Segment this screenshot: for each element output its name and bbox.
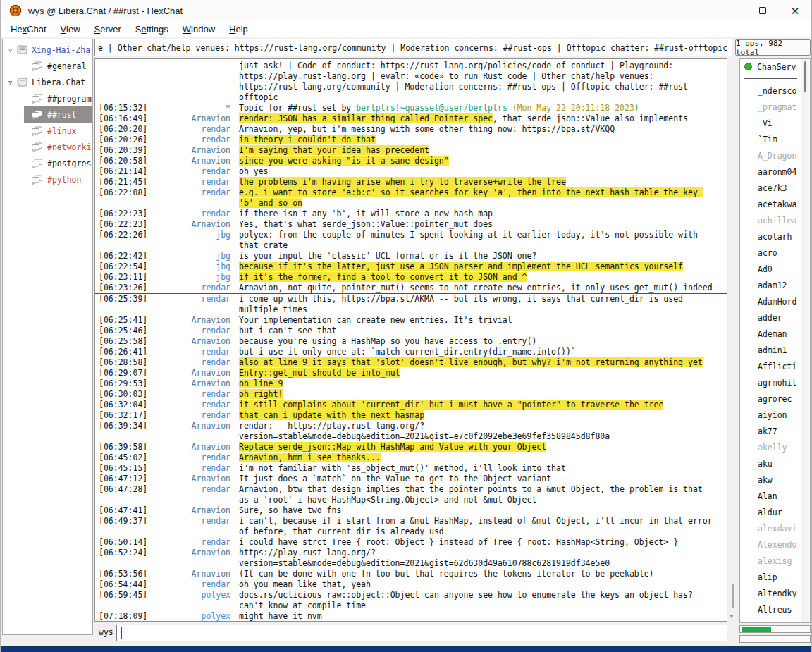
close-button[interactable]: ✕ (779, 0, 811, 21)
user-list-item[interactable]: Alexendo (740, 536, 810, 553)
user-list-item[interactable]: ak77 (740, 423, 810, 439)
menu-view[interactable]: View (54, 23, 87, 36)
user-list-item[interactable]: aku (740, 455, 810, 472)
user-list-item[interactable]: Alan (740, 488, 810, 504)
user-nick: AWS (758, 621, 773, 624)
user-list-item[interactable]: Altreus (740, 601, 810, 617)
minimize-button[interactable] (714, 0, 746, 21)
message-text: if it's the former, find a tool to conve… (235, 272, 727, 283)
user-list-item[interactable]: AWS (740, 617, 810, 623)
message-timestamp: [06:25:58] (95, 336, 147, 347)
server-icon (17, 78, 27, 87)
user-list-item[interactable]: ace7k3 (740, 180, 810, 196)
sidebar-item-programm[interactable]: ##programm (24, 90, 92, 106)
topic-input[interactable] (94, 39, 732, 56)
chat-message-row: [06:21:14]rendaroh yes (95, 166, 727, 177)
user-list-item[interactable]: altendky (740, 585, 810, 601)
menu-help[interactable]: Help (222, 23, 255, 36)
user-list-scrollbar[interactable] (801, 59, 809, 622)
maximize-button[interactable] (746, 0, 779, 21)
own-nick-label: wys (99, 627, 113, 637)
message-text: i come up with this, https://bpa.st/AKMA… (235, 294, 727, 315)
message-text: docs.rs/uclicious raw::object::Object ca… (235, 590, 727, 611)
message-nick: Arnavion (147, 336, 235, 347)
message-timestamp: [06:47:28] (95, 484, 147, 505)
chat-message-row: [06:15:32]*Topic for ##rust set by bertp… (95, 103, 727, 113)
user-list-item[interactable]: A_Dragon (740, 147, 810, 164)
message-text: i'm not familiar with 'as_object_mut()' … (235, 463, 727, 474)
chat-message-row: [06:16:49]Arnavionrendar: JSON has a sim… (95, 113, 727, 124)
chat-message-row: [06:20:58]Arnavionsince you were asking … (95, 156, 727, 166)
chat-scrollbar-thumb[interactable] (732, 584, 734, 608)
user-list-item[interactable]: Ad0 (740, 261, 810, 277)
user-list-item[interactable]: agrmohit (740, 374, 810, 390)
sidebar-item-general[interactable]: #general (24, 58, 92, 74)
user-list-item[interactable]: aaronm04 (740, 164, 810, 180)
user-list-item[interactable]: aldur (740, 504, 810, 520)
user-list-item[interactable]: alip (740, 569, 810, 585)
sidebar-item-XingHaiZha[interactable]: ▽Xing-Hai-Zha (3, 42, 92, 58)
user-list-item[interactable]: admin1 (740, 342, 810, 358)
user-list-item[interactable]: ChanServ (740, 59, 810, 75)
user-list-item[interactable]: _Vi (740, 115, 810, 131)
message-timestamp: [06:22:42] (95, 251, 147, 262)
window-title: wys @ Libera.Chat / ##rust - HexChat (28, 6, 183, 16)
user-nick: Afflicti (758, 362, 796, 371)
chat-scrollbar[interactable]: ▼ (728, 58, 738, 622)
chat-message-row: [06:32:17]rendarthat can i update with t… (95, 410, 727, 421)
user-list-item[interactable]: acro (740, 245, 810, 261)
message-text: if there isn't any 'b', it will store a … (235, 209, 727, 219)
sidebar-item-python[interactable]: #python (24, 171, 92, 187)
user-list-item[interactable]: Afflicti (740, 358, 810, 374)
menu-server[interactable]: Server (87, 23, 128, 36)
message-text: is your input the 'classic' UCL format o… (235, 251, 727, 262)
menu-hexchat[interactable]: HexChat (4, 23, 54, 36)
message-timestamp (95, 61, 147, 103)
user-list-item[interactable]: aiyion (740, 407, 810, 423)
message-nick: rendar (147, 283, 235, 293)
user-nick: ace7k3 (758, 183, 787, 193)
user-list-item[interactable]: akelly (740, 439, 810, 455)
user-list-item[interactable]: alexdavi (740, 520, 810, 536)
chat-message-row: [06:22:23]rendarif there isn't any 'b', … (95, 209, 727, 219)
user-list-item[interactable]: alexisg (740, 553, 810, 569)
message-timestamp: [06:54:44] (95, 579, 147, 590)
user-list-item[interactable]: _pragmat (740, 99, 810, 115)
user-list-item[interactable]: akw (740, 472, 810, 488)
user-list-item[interactable]: _ndersco (740, 82, 810, 99)
sidebar-item-LiberaChat[interactable]: ▽Libera.Chat (3, 74, 92, 90)
expander-arrow-icon[interactable]: ▽ (8, 79, 17, 86)
scroll-down-arrow-icon[interactable]: ▼ (729, 613, 734, 620)
message-nick: Arnavion (147, 442, 235, 453)
user-list-scrollbar-thumb[interactable] (804, 61, 806, 92)
user-list-item[interactable]: adder (740, 309, 810, 326)
sidebar-item-label: ##rust (47, 110, 77, 120)
user-list-item[interactable]: acolarh (740, 228, 810, 245)
user-list-item[interactable]: adam12 (740, 277, 810, 293)
user-list-items: ChanServ_ndersco_pragmat_Vi`TimA_Dragona… (740, 59, 810, 623)
menu-window[interactable]: Window (176, 23, 222, 36)
chat-message-row: [07:18:09]polyexmight have it nvm (95, 611, 727, 622)
user-list-item[interactable]: AdamHord (740, 293, 810, 309)
expander-arrow-icon[interactable]: ▽ (8, 47, 17, 54)
user-nick: adder (758, 313, 782, 323)
user-nick: Altreus (758, 605, 792, 615)
user-list-item[interactable]: `Tim (740, 131, 810, 147)
sidebar-item-postgresq[interactable]: #postgresq (24, 155, 92, 171)
message-nick: Arnavion (147, 145, 235, 156)
user-list-item[interactable]: agrorec (740, 390, 810, 407)
message-input[interactable] (117, 625, 727, 641)
sidebar-item-networkin[interactable]: #networkin (24, 139, 92, 155)
menu-settings[interactable]: Settings (128, 23, 176, 36)
message-timestamp: [06:22:54] (95, 262, 147, 272)
sidebar-item-linux[interactable]: #linux (24, 123, 92, 139)
ops-count-button[interactable]: 1 ops, 982 total (735, 39, 811, 56)
user-list-item[interactable]: Ademan (740, 326, 810, 342)
user-list-item[interactable]: achillea (740, 212, 810, 228)
message-nick: rendar (147, 516, 235, 537)
message-timestamp: [06:22:08] (95, 187, 147, 209)
chat-bubble-icon (31, 61, 43, 71)
chat-message-row: [06:28:58]rendaralso at line 9 it says t… (95, 357, 727, 368)
user-list-item[interactable]: acetakwa (740, 196, 810, 212)
sidebar-item-rust[interactable]: ##rust (24, 106, 92, 123)
